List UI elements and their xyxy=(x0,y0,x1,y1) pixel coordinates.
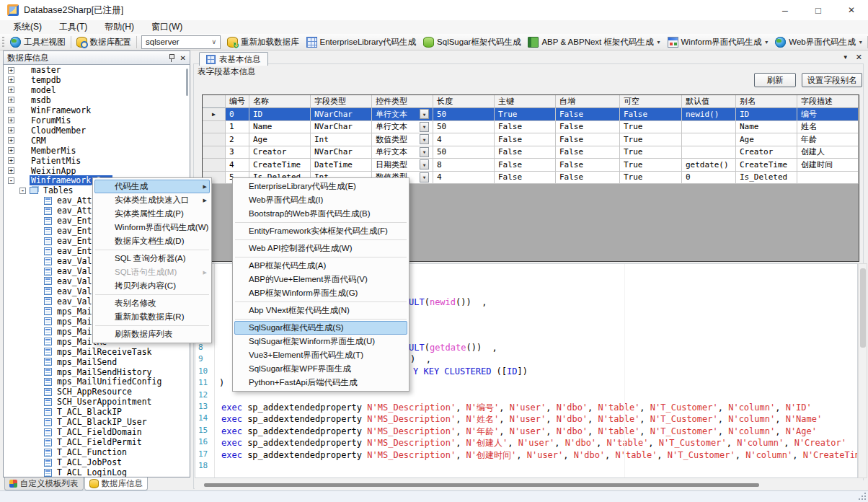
db-type-combo[interactable]: sqlserver ∨ xyxy=(141,35,221,49)
grid-cell[interactable]: 姓名 xyxy=(797,121,859,134)
grid-header-cell[interactable]: 主键 xyxy=(495,95,556,108)
grid-cell[interactable]: 4 xyxy=(226,159,249,172)
expander-icon[interactable]: + xyxy=(8,137,14,144)
grid-cell[interactable]: False xyxy=(495,133,556,146)
tree-node[interactable]: +master xyxy=(4,65,190,75)
expander-icon[interactable]: + xyxy=(8,76,14,83)
grid-header-cell[interactable]: 别名 xyxy=(736,95,797,108)
grid-cell[interactable]: Age xyxy=(736,133,797,146)
grid-header-cell[interactable]: 字段描述 xyxy=(797,95,859,108)
enterpriselib-button[interactable]: EnterpriseLibrary代码生成 xyxy=(303,34,420,50)
submenu-item[interactable]: Web界面代码生成(I) xyxy=(234,193,407,207)
grid-cell[interactable]: Int xyxy=(311,133,372,146)
grid-cell[interactable]: Creator xyxy=(249,146,311,159)
grid-row[interactable]: 4CreateTimeDateTime日期类型▼8FalseFalseTrueg… xyxy=(203,159,859,172)
context-menu-item[interactable]: 数据库文档生成(D) xyxy=(94,234,210,248)
grid-cell[interactable] xyxy=(682,121,736,134)
grid-cell[interactable]: Is_Deleted xyxy=(736,172,797,185)
tree-node[interactable]: +model xyxy=(4,85,190,95)
grid-cell[interactable]: 数值类型▼ xyxy=(372,133,433,146)
grid-cell[interactable]: 单行文本▼ xyxy=(372,108,433,121)
expander-icon[interactable]: + xyxy=(8,167,14,174)
submenu-item[interactable]: Web API控制器代码生成(W) xyxy=(234,242,407,255)
tree-node[interactable]: +msdb xyxy=(4,95,190,105)
panel-close-button[interactable]: ✕ xyxy=(856,53,862,62)
expander-icon[interactable]: + xyxy=(8,127,14,133)
tab-table-info[interactable]: 表基本信息 xyxy=(199,52,268,66)
grid-cell[interactable]: 0 xyxy=(682,172,736,185)
grid-row[interactable]: ▶0IDNVarChar单行文本▼50TrueFalseFalsenewid()… xyxy=(203,108,859,121)
tree-node[interactable]: +tempdb xyxy=(4,75,190,85)
grid-cell[interactable]: CreateTime xyxy=(249,159,311,172)
tree-node[interactable]: mps_MailUnifiedConfig xyxy=(4,376,190,387)
expander-icon[interactable]: + xyxy=(8,147,14,154)
grid-header-cell[interactable]: 名称 xyxy=(249,95,311,108)
grid-cell[interactable]: 4 xyxy=(433,172,495,185)
grid-header-cell[interactable]: 自增 xyxy=(556,95,620,108)
grid-cell[interactable]: Age xyxy=(249,133,311,146)
sidebar-tab-templates[interactable]: 自定义模板列表 xyxy=(4,477,84,490)
grid-cell[interactable]: ID xyxy=(249,108,311,121)
menubar-item[interactable]: 系统(S) xyxy=(4,20,50,34)
submenu-item[interactable]: ABP的Vue+Element界面代码(V) xyxy=(234,273,407,286)
grid-header-cell[interactable]: 控件类型 xyxy=(372,95,433,108)
grid-cell[interactable]: 2 xyxy=(226,133,249,146)
tree-node[interactable]: T_ACL_BlackIP_User xyxy=(4,417,190,427)
grid-cell[interactable]: Name xyxy=(736,121,797,134)
grid-cell[interactable]: False xyxy=(556,146,620,159)
grid-cell[interactable]: 50 xyxy=(433,108,495,121)
expander-icon[interactable]: + xyxy=(8,97,14,103)
grid-cell[interactable]: False xyxy=(556,133,620,146)
menubar-item[interactable]: 帮助(H) xyxy=(96,20,143,34)
submenu-item[interactable]: SqlSugar框架Winform界面生成(U) xyxy=(234,335,407,348)
grid-cell[interactable]: Creator xyxy=(736,146,797,159)
combo-dropdown-button[interactable]: ▼ xyxy=(420,147,429,157)
grid-cell[interactable]: False xyxy=(556,172,620,185)
grid-cell[interactable]: True xyxy=(620,159,682,172)
editor-hscrollbar[interactable] xyxy=(195,480,867,490)
grid-header-cell[interactable]: 长度 xyxy=(433,95,495,108)
submenu-item[interactable]: SqlSugar框架WPF界面生成 xyxy=(234,362,407,376)
grid-cell[interactable]: 单行文本▼ xyxy=(372,146,433,159)
grid-cell[interactable]: 4 xyxy=(433,133,495,146)
expander-icon[interactable]: + xyxy=(8,107,14,113)
grid-header-cell[interactable]: 可空 xyxy=(620,95,682,108)
refresh-button[interactable]: 刷新 xyxy=(754,73,796,87)
grid-cell[interactable]: getdate() xyxy=(682,159,736,172)
grid-cell[interactable]: newid() xyxy=(682,108,736,121)
db-config-button[interactable]: 数据库配置 xyxy=(73,34,136,50)
grid-cell[interactable]: Name xyxy=(249,121,311,134)
expander-icon[interactable]: + xyxy=(8,117,14,123)
submenu-item[interactable]: Bootstrap的Web界面代码生成(B) xyxy=(234,207,407,221)
menubar-item[interactable]: 窗口(W) xyxy=(143,20,191,34)
context-menu-item[interactable]: 代码生成▶ xyxy=(94,180,210,193)
minimize-button[interactable] xyxy=(769,0,802,20)
grid-cell[interactable]: CreateTime xyxy=(736,159,797,172)
submenu-item[interactable]: Python+FastApi后端代码生成 xyxy=(234,376,407,389)
grid-cell[interactable]: False xyxy=(495,146,556,159)
submenu-item[interactable]: Abp VNext框架代码生成(N) xyxy=(234,304,407,317)
tree-node[interactable]: T_ACL_FieldPermit xyxy=(4,437,190,447)
submenu-item[interactable]: Vue3+Element界面代码生成(T) xyxy=(234,348,407,362)
abp-button[interactable]: ABP & ABPNext 框架代码生成 ▾ xyxy=(524,34,663,50)
grid-cell[interactable]: 1 xyxy=(226,121,249,134)
grid-cell[interactable]: 创建时间 xyxy=(797,159,859,172)
grid-cell[interactable]: 编号 xyxy=(797,108,859,121)
submenu-item[interactable]: EntityFramework实体框架代码生成(F) xyxy=(234,224,407,238)
dropdown-caret-icon[interactable]: ▾ xyxy=(657,39,660,45)
grid-cell[interactable] xyxy=(682,146,736,159)
combo-dropdown-button[interactable]: ▼ xyxy=(420,172,429,182)
grid-cell[interactable]: 日期类型▼ xyxy=(372,159,433,172)
context-menu-item[interactable]: SQL语句生成(M)▶ xyxy=(94,265,210,279)
grid-cell[interactable]: True xyxy=(620,133,682,146)
context-menu-item[interactable]: SQL 查询分析器(A) xyxy=(94,252,210,265)
pin-icon[interactable] xyxy=(168,53,174,62)
context-menu-item[interactable]: 实体类属性生成(P) xyxy=(94,207,210,221)
panel-caret-button[interactable]: ▼ xyxy=(843,54,849,61)
tree-node[interactable]: mps_MailReceiveTask xyxy=(4,347,190,357)
tree-node[interactable]: T_ACL_Function xyxy=(4,447,190,457)
grid-cell[interactable]: False xyxy=(495,121,556,134)
grid-cell[interactable]: NVarChar xyxy=(311,108,372,121)
combo-dropdown-button[interactable]: ▼ xyxy=(420,159,429,169)
grid-cell[interactable]: 年龄 xyxy=(797,133,859,146)
